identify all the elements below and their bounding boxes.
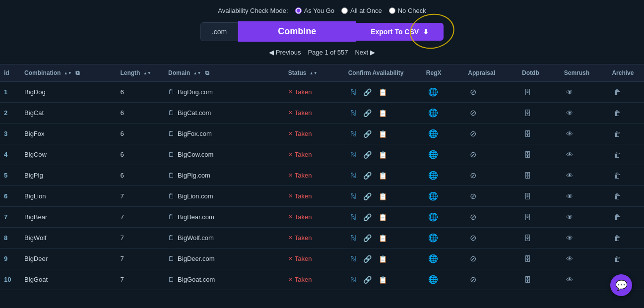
semrush-icon[interactable]: 👁 [564,150,575,160]
clipboard-icon[interactable]: 📋 [377,129,389,139]
namecheap-icon[interactable]: ℕ [348,274,358,285]
cell-dotdb: 🗄 [518,269,560,290]
wayback-icon[interactable]: 🔗 [361,233,374,243]
clipboard-icon[interactable]: 📋 [377,191,389,201]
dotdb-icon[interactable]: 🗄 [522,191,533,201]
namecheap-icon[interactable]: ℕ [348,253,358,264]
next-button[interactable]: Next ▶ [355,49,375,56]
dotcom-button[interactable]: .com [200,22,238,41]
archive-delete-icon[interactable]: 🗑 [612,129,623,139]
archive-delete-icon[interactable]: 🗑 [612,108,623,118]
status-sort-icon[interactable]: ▲▼ [310,71,318,75]
semrush-icon[interactable]: 👁 [564,254,575,264]
archive-delete-icon[interactable]: 🗑 [612,254,623,264]
namecheap-icon[interactable]: ℕ [348,87,358,98]
globe-regx-icon[interactable]: 🌐 [426,211,440,223]
archive-delete-icon[interactable]: 🗑 [612,191,623,201]
namecheap-icon[interactable]: ℕ [348,233,358,244]
cell-confirm: ℕ 🔗 📋 [344,123,422,144]
dotdb-icon[interactable]: 🗄 [522,233,533,243]
dotdb-icon[interactable]: 🗄 [522,212,533,222]
clipboard-icon[interactable]: 📋 [377,171,389,181]
archive-delete-icon[interactable]: 🗑 [612,212,623,222]
wayback-icon[interactable]: 🔗 [361,129,374,139]
availability-mode-bar: Availability Check Mode: As You Go All a… [218,7,426,14]
globe-regx-icon[interactable]: 🌐 [426,107,440,119]
clipboard-icon[interactable]: 📋 [377,150,389,160]
appraisal-icon[interactable]: ⊘ [468,170,478,181]
archive-delete-icon[interactable]: 🗑 [612,87,623,97]
clipboard-icon[interactable]: 📋 [377,87,389,97]
radio-all-at-once[interactable]: All at Once [341,7,382,14]
dotdb-icon[interactable]: 🗄 [522,150,533,160]
globe-regx-icon[interactable]: 🌐 [426,170,440,181]
wayback-icon[interactable]: 🔗 [361,254,374,264]
radio-no-check[interactable]: No Check [389,7,426,14]
clipboard-icon[interactable]: 📋 [377,275,389,285]
globe-regx-icon[interactable]: 🌐 [426,232,440,244]
domain-copy-icon[interactable]: ⧉ [205,69,209,76]
namecheap-icon[interactable]: ℕ [348,128,358,139]
dotdb-icon[interactable]: 🗄 [522,171,533,181]
previous-button[interactable]: ◀ Previous [269,49,301,56]
dotdb-icon[interactable]: 🗄 [522,108,533,118]
appraisal-icon[interactable]: ⊘ [468,107,478,119]
semrush-icon[interactable]: 👁 [564,233,575,243]
combination-sort-icon[interactable]: ▲▼ [64,71,72,75]
clipboard-icon[interactable]: 📋 [377,233,389,243]
wayback-icon[interactable]: 🔗 [361,150,374,160]
namecheap-icon[interactable]: ℕ [348,170,358,181]
dotdb-icon[interactable]: 🗄 [522,129,533,139]
archive-delete-icon[interactable]: 🗑 [612,150,623,160]
clipboard-icon[interactable]: 📋 [377,212,389,222]
cell-regx: 🌐 [422,186,464,207]
combine-button[interactable]: Combine [238,21,356,42]
semrush-icon[interactable]: 👁 [564,191,575,201]
appraisal-icon[interactable]: ⊘ [468,190,478,202]
dotdb-icon[interactable]: 🗄 [522,275,533,285]
cell-length: 6 [116,165,164,186]
namecheap-icon[interactable]: ℕ [348,149,358,160]
semrush-icon[interactable]: 👁 [564,212,575,222]
namecheap-icon[interactable]: ℕ [348,191,358,202]
globe-regx-icon[interactable]: 🌐 [426,149,440,160]
archive-delete-icon[interactable]: 🗑 [612,171,623,181]
appraisal-icon[interactable]: ⊘ [468,149,478,160]
cell-domain: 🗒 BigDeer.com [164,248,284,269]
semrush-icon[interactable]: 👁 [564,129,575,139]
semrush-icon[interactable]: 👁 [564,108,575,118]
dotdb-icon[interactable]: 🗄 [522,87,533,97]
appraisal-icon[interactable]: ⊘ [468,128,478,139]
combination-copy-icon[interactable]: ⧉ [75,69,80,76]
cell-appraisal: ⊘ [464,207,518,228]
namecheap-icon[interactable]: ℕ [348,108,358,119]
appraisal-icon[interactable]: ⊘ [468,253,478,264]
appraisal-icon[interactable]: ⊘ [468,274,478,285]
globe-regx-icon[interactable]: 🌐 [426,128,440,139]
globe-regx-icon[interactable]: 🌐 [426,274,440,285]
length-sort-icon[interactable]: ▲▼ [143,71,151,75]
archive-delete-icon[interactable]: 🗑 [612,233,623,243]
namecheap-icon[interactable]: ℕ [348,212,358,223]
wayback-icon[interactable]: 🔗 [361,191,374,201]
wayback-icon[interactable]: 🔗 [361,87,374,97]
domain-sort-icon[interactable]: ▲▼ [193,71,201,75]
semrush-icon[interactable]: 👁 [564,87,575,97]
wayback-icon[interactable]: 🔗 [361,212,374,222]
dotdb-icon[interactable]: 🗄 [522,254,533,264]
wayback-icon[interactable]: 🔗 [361,275,374,285]
semrush-icon[interactable]: 👁 [564,171,575,181]
wayback-icon[interactable]: 🔗 [361,171,374,181]
appraisal-icon[interactable]: ⊘ [468,86,478,98]
clipboard-icon[interactable]: 📋 [377,254,389,264]
export-csv-button[interactable]: Export To CSV ⬇ [356,23,444,41]
appraisal-icon[interactable]: ⊘ [468,232,478,244]
appraisal-icon[interactable]: ⊘ [468,211,478,223]
radio-as-you-go[interactable]: As You Go [295,7,334,14]
globe-regx-icon[interactable]: 🌐 [426,253,440,264]
semrush-icon[interactable]: 👁 [564,275,575,285]
clipboard-icon[interactable]: 📋 [377,108,389,118]
globe-regx-icon[interactable]: 🌐 [426,86,440,98]
globe-regx-icon[interactable]: 🌐 [426,190,440,202]
wayback-icon[interactable]: 🔗 [361,108,374,118]
